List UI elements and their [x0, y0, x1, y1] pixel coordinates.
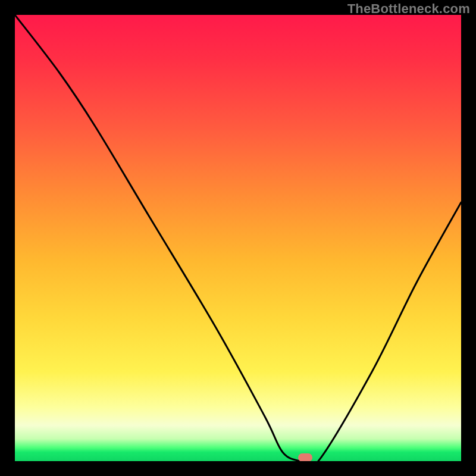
optimum-marker	[298, 453, 312, 461]
plot-area	[15, 15, 461, 461]
curve-svg	[15, 15, 461, 461]
chart-frame: TheBottleneck.com	[0, 0, 476, 476]
bottleneck-curve	[15, 15, 461, 461]
